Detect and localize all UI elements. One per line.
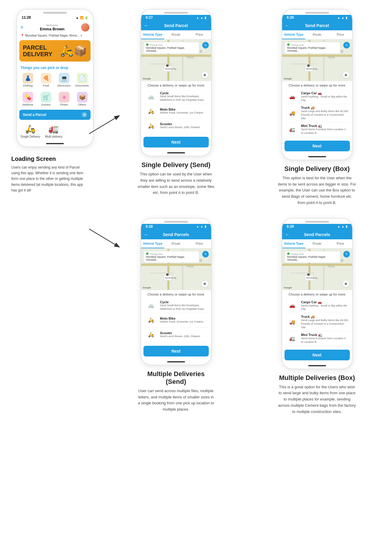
tab-vehicle-type-2[interactable]: Vehicle Type xyxy=(282,30,306,39)
map-edit-icon-4[interactable]: ✎ xyxy=(343,251,350,257)
vehicle-item-truck-2[interactable]: 🚚 Truck 🚚 Send Large and Bulky Items lik… xyxy=(284,313,350,331)
vehicle-item-scooter-2[interactable]: 🛵 Scooter Send Lunch Boxes, Gifts, Flowe… xyxy=(143,328,209,342)
vehicle-item-cargo-2[interactable]: 🚗 Cargo Car 🚗 Send Anything - Small or B… xyxy=(284,299,350,313)
tab-vehicle-type[interactable]: Vehicle Type xyxy=(141,30,165,39)
chevron-down-icon: ▾ xyxy=(80,34,82,37)
notch-bar xyxy=(43,12,67,14)
single-box-description: Single Delivery (Box) This option is bes… xyxy=(276,160,359,206)
vehicle-section-title-2: Choose a delivery or swipe up for more xyxy=(282,81,352,88)
clothing-icon: 👗 xyxy=(23,73,33,84)
single-box-phone-wrapper: 6:29 ▲ ▲ ▮ ← Send Parcel Vehicle Type Ro… xyxy=(282,9,353,160)
svg-text:Mondeal Sq...: Mondeal Sq... xyxy=(165,68,178,70)
location-bar[interactable]: 📍 Mondeal Square, Prahlad Nagar, Ahme...… xyxy=(17,33,93,38)
flower-label: Flower xyxy=(60,103,68,106)
svg-text:અમ: અમ xyxy=(186,55,194,60)
vehicle-item-cycle-2[interactable]: 🚲 Cycle Send Small Items like Envelopes,… xyxy=(143,299,209,313)
single-send-title: Single Delivery (Send) xyxy=(137,161,215,169)
tab-route-4[interactable]: Route xyxy=(305,239,329,248)
tab-route-2[interactable]: Route xyxy=(305,30,329,39)
single-send-text: This option can be used by the User when… xyxy=(137,171,215,196)
pickup-dot-4 xyxy=(287,252,290,255)
map-edit-icon-3[interactable]: ✎ xyxy=(202,251,209,257)
signal-icon-4: ▲ xyxy=(196,225,199,228)
vehicle-item-cargo[interactable]: 🚗 Cargo Car 🚗 Send Anything - Small or B… xyxy=(284,89,350,104)
hamburger-icon[interactable]: ≡ xyxy=(20,25,23,30)
loading-phone-wrapper: 11:29 ▲ 📶 🔋 ≡ Welcome Emma Brown xyxy=(9,9,101,147)
signal-icon-2: ▲ xyxy=(196,16,199,19)
multi-send-text: User can send across multiple files, mul… xyxy=(137,388,215,413)
svg-point-19 xyxy=(307,65,309,67)
tab-price-2[interactable]: Price xyxy=(329,30,352,39)
svg-rect-14 xyxy=(291,63,314,65)
map-location-icon-3[interactable]: ⊕ xyxy=(202,281,208,287)
category-food[interactable]: 🍕 Food xyxy=(37,71,54,89)
tab-route[interactable]: Route xyxy=(164,30,188,39)
back-arrow-icon-4[interactable]: ← xyxy=(285,232,290,237)
category-clothing[interactable]: 👗 Clothing xyxy=(19,71,36,89)
vehicle-item-motobike-2[interactable]: 🛵 Moto Bike Deliver Food, Groceries, Ice… xyxy=(143,313,209,328)
next-button-single-send[interactable]: Next xyxy=(143,137,209,147)
pickup-address: Mondeal Square, Prahlad Nagar, Ahmeda... xyxy=(146,46,185,52)
svg-rect-34 xyxy=(291,272,314,274)
tab-price-3[interactable]: Price xyxy=(188,239,211,248)
category-electronics[interactable]: 💻 Electronics xyxy=(56,71,72,89)
svg-text:Mondeal Sq...: Mondeal Sq... xyxy=(306,68,319,70)
tab-price[interactable]: Price xyxy=(188,30,211,39)
phone-notch xyxy=(17,10,93,15)
svg-text:Mondeal Sq...: Mondeal Sq... xyxy=(306,277,319,279)
tab-route-3[interactable]: Route xyxy=(164,239,188,248)
banner-area: PARCELDELIVERY 🛵📦 xyxy=(19,40,91,62)
next-button-multi-send[interactable]: Next xyxy=(143,346,209,356)
app-title-box: Send Parcel xyxy=(305,23,329,28)
vehicle-item-cycle[interactable]: 🚲 Cycle Send Small Items like Envelopes,… xyxy=(143,89,209,104)
category-others[interactable]: 📦 Others xyxy=(74,90,91,108)
location-pin-icon: 📍 xyxy=(20,34,24,37)
tab-vehicle-type-3[interactable]: Vehicle Type xyxy=(141,239,165,248)
vehicle-section-title-4: Choose a delivery or swipe up for more xyxy=(282,290,352,297)
vehicle-section-title: Choose a delivery or swipe up for more xyxy=(141,81,211,88)
pickup-label-3: Pickup from Mondeal Square, Prahlad Naga… xyxy=(143,251,199,263)
map-edit-icon[interactable]: ✎ xyxy=(202,42,209,48)
tab-vehicle-type-4[interactable]: Vehicle Type xyxy=(282,239,306,248)
map-location-icon[interactable]: ⊕ xyxy=(202,72,208,78)
vehicle-item-scooter[interactable]: 🛵 Scooter Send Lunch Boxes, Gifts, Flowe… xyxy=(143,119,209,133)
next-button-multi-box[interactable]: Next xyxy=(284,350,350,360)
map-edit-icon-2[interactable]: ✎ xyxy=(343,42,350,48)
back-arrow-icon[interactable]: ← xyxy=(144,23,149,28)
cycle-desc: Send Small Items like Envelopes, Medicin… xyxy=(160,95,208,102)
wifi-icon-4: ▲ xyxy=(200,225,203,228)
vehicle-item-truck[interactable]: 🚚 Truck 🚚 Send Large and Bulky Items lik… xyxy=(284,104,350,122)
status-icons-2: ▲ ▲ ▮ xyxy=(196,16,206,19)
notch-bar-5 xyxy=(305,221,329,223)
tab-price-4[interactable]: Price xyxy=(329,239,352,248)
single-delivery-option[interactable]: 🛵 Single Delivery xyxy=(20,124,40,138)
cargo-name-2: Cargo Car 🚗 xyxy=(301,300,349,304)
category-medicine[interactable]: 💊 Medicine xyxy=(19,90,36,108)
wifi-icon: 📶 xyxy=(80,16,83,19)
single-delivery-label: Single Delivery xyxy=(20,135,40,138)
tabs-bar-4: Vehicle Type Route Price xyxy=(282,239,352,249)
map-location-icon-4[interactable]: ⊕ xyxy=(343,281,349,287)
multi-send-title: Multiple Deliveries(Send) xyxy=(137,370,215,386)
vehicle-item-motobike[interactable]: 🛵 Moto Bike Deliver Food, Groceries, Ice… xyxy=(143,104,209,119)
category-flower[interactable]: 🌸 Flower xyxy=(56,90,72,108)
motobike-info: Moto Bike Deliver Food, Groceries, Ice C… xyxy=(160,108,203,115)
truck-name: Truck 🚚 xyxy=(301,106,349,110)
map-location-icon-2[interactable]: ⊕ xyxy=(343,72,349,78)
svg-point-39 xyxy=(307,274,309,276)
category-grocery[interactable]: 🛒 Grocery xyxy=(37,90,54,108)
cycle-name: Cycle xyxy=(160,91,208,95)
back-arrow-icon-3[interactable]: ← xyxy=(144,232,149,237)
multi-delivery-option[interactable]: 🚛 Multi delivery xyxy=(45,124,62,138)
vehicle-item-minitruck-2[interactable]: 🚛 Mini Truck 🚛 Send Home Furniture from … xyxy=(284,331,350,346)
send-parcel-bar[interactable]: Send a Parcel ✕ xyxy=(19,110,91,120)
wifi-icon-3: ▲ xyxy=(342,16,344,19)
next-button-single-box[interactable]: Next xyxy=(284,141,350,151)
vehicle-item-minitruck[interactable]: 🚛 Mini Truck 🚛 Send Home Furniture from … xyxy=(284,122,350,137)
category-documents[interactable]: 📄 Documents xyxy=(74,71,91,89)
back-arrow-icon-2[interactable]: ← xyxy=(285,23,290,28)
banner-text: PARCELDELIVERY xyxy=(23,44,52,57)
close-icon[interactable]: ✕ xyxy=(82,112,87,117)
truck-desc-2: Send Large and Bulky Items like 40,000 P… xyxy=(301,319,349,329)
multi-box-text: This is a great option for the Users who… xyxy=(278,384,356,415)
